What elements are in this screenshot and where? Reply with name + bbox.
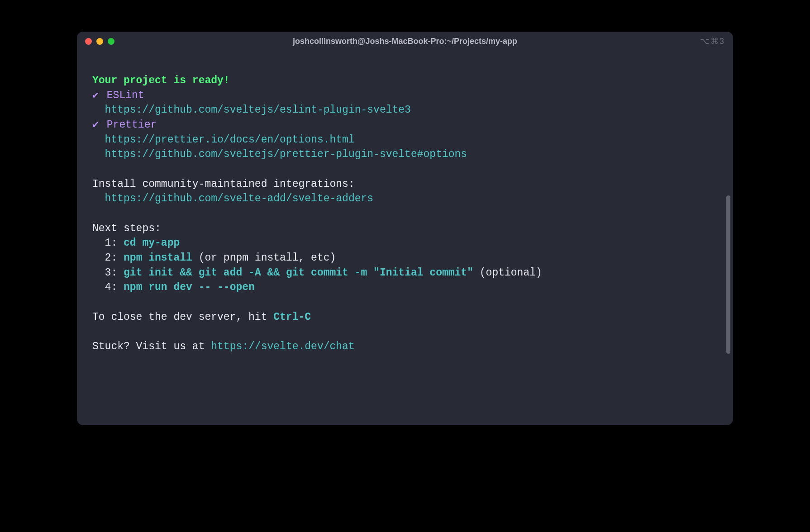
step-num: 1: bbox=[105, 237, 118, 249]
step-cmd: cd my-app bbox=[124, 237, 180, 249]
title-bar: joshcollinsworth@Joshs-MacBook-Pro:~/Pro… bbox=[77, 32, 733, 51]
close-server-text: To close the dev server, hit bbox=[92, 311, 273, 323]
scrollbar[interactable] bbox=[726, 195, 730, 354]
ready-heading: Your project is ready! bbox=[92, 75, 230, 86]
tool-link: https://prettier.io/docs/en/options.html bbox=[105, 134, 355, 146]
step-cmd: git init && git add -A && git commit -m … bbox=[124, 267, 473, 279]
tool-link: https://github.com/sveltejs/prettier-plu… bbox=[105, 148, 467, 160]
step-num: 3: bbox=[105, 267, 118, 279]
close-button[interactable] bbox=[85, 38, 92, 45]
traffic-lights bbox=[85, 38, 114, 45]
terminal-window: joshcollinsworth@Joshs-MacBook-Pro:~/Pro… bbox=[77, 32, 733, 425]
check-icon: ✔ bbox=[92, 118, 100, 133]
step-suffix: (optional) bbox=[473, 267, 542, 279]
stuck-text: Stuck? Visit us at bbox=[92, 341, 211, 352]
tool-name-prettier: Prettier bbox=[107, 119, 157, 131]
step-num: 4: bbox=[105, 281, 118, 293]
terminal-output[interactable]: Your project is ready!✔ ESLint https://g… bbox=[77, 51, 733, 425]
check-icon: ✔ bbox=[92, 88, 100, 103]
minimize-button[interactable] bbox=[96, 38, 103, 45]
maximize-button[interactable] bbox=[108, 38, 114, 45]
close-server-key: Ctrl-C bbox=[273, 311, 311, 323]
step-cmd: npm install bbox=[124, 252, 192, 264]
step-suffix: (or pnpm install, etc) bbox=[192, 252, 336, 264]
tool-link: https://github.com/sveltejs/eslint-plugi… bbox=[105, 104, 411, 116]
tool-name-eslint: ESLint bbox=[107, 90, 144, 101]
step-cmd: npm run dev -- --open bbox=[124, 281, 255, 293]
next-steps-label: Next steps: bbox=[92, 223, 161, 234]
install-community-label: Install community-maintained integration… bbox=[92, 178, 355, 190]
stuck-link: https://svelte.dev/chat bbox=[211, 341, 354, 352]
shortcut-indicator: ⌥⌘3 bbox=[700, 36, 725, 46]
window-title: joshcollinsworth@Joshs-MacBook-Pro:~/Pro… bbox=[77, 37, 733, 46]
install-community-link: https://github.com/svelte-add/svelte-add… bbox=[105, 193, 374, 204]
step-num: 2: bbox=[105, 252, 118, 264]
